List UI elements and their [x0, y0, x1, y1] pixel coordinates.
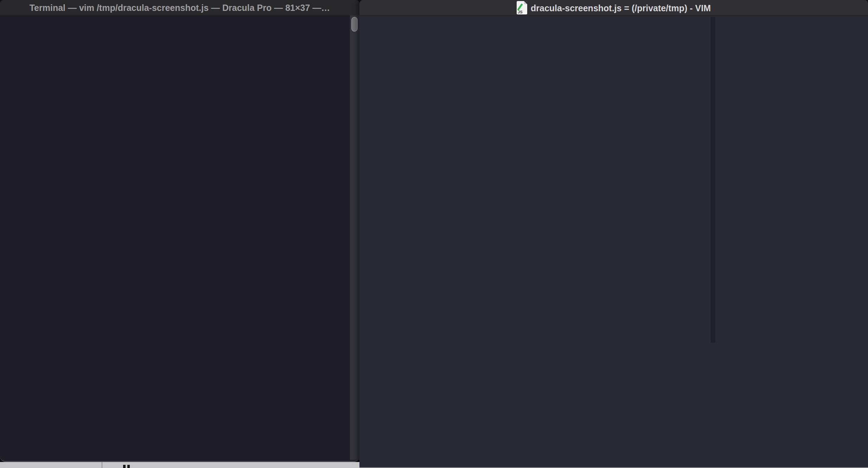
terminal-window: Terminal — vim /tmp/dracula-screenshot.j…: [0, 0, 359, 462]
terminal-window-title: Terminal — vim /tmp/dracula-screenshot.j…: [0, 3, 359, 13]
background-mark: [123, 465, 126, 468]
terminal-scrollbar-track[interactable]: [350, 15, 359, 460]
macvim-window: JSdracula-screenshot.js = (/private/tmp)…: [359, 0, 868, 468]
js-file-icon: JS: [517, 1, 527, 14]
macvim-title-bar[interactable]: JSdracula-screenshot.js = (/private/tmp)…: [359, 0, 868, 16]
page-fold-icon: [524, 1, 527, 4]
background-mark: [127, 465, 130, 468]
macvim-title-text: dracula-screenshot.js = (/private/tmp) -…: [531, 3, 711, 13]
background-window-edge: [102, 462, 102, 468]
terminal-scrollbar-thumb[interactable]: [351, 17, 358, 32]
terminal-vim-buffer[interactable]: [0, 15, 350, 461]
js-badge: JS: [518, 10, 522, 14]
macvim-window-title: JSdracula-screenshot.js = (/private/tmp)…: [359, 1, 868, 14]
macvim-buffer[interactable]: [359, 15, 868, 468]
terminal-title-bar[interactable]: Terminal — vim /tmp/dracula-screenshot.j…: [0, 0, 359, 16]
color-column: [711, 17, 715, 343]
desktop: { "left_window": { "title": "Terminal — …: [0, 0, 868, 468]
desktop-background-strip: [0, 462, 359, 468]
